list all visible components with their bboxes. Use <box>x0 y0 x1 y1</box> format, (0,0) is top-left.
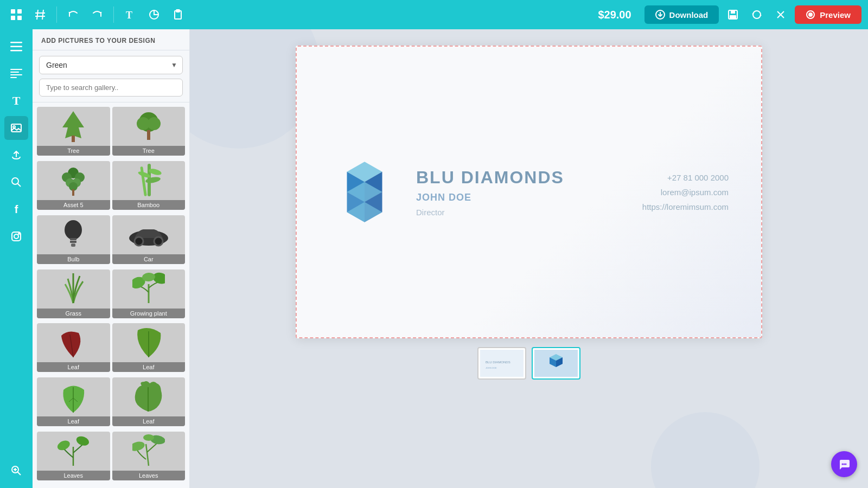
toolbar: T $29.00 Download <box>0 0 868 29</box>
gallery-item-label-leaves2: Leaves <box>112 471 186 480</box>
svg-rect-23 <box>10 69 22 70</box>
svg-rect-20 <box>10 42 22 43</box>
image-sidebar-icon[interactable] <box>4 116 28 140</box>
crop-icon[interactable] <box>144 5 164 24</box>
card-person-name: JOHN DOE <box>416 192 564 203</box>
toolbar-separator-2 <box>113 7 114 23</box>
panel-controls: Green Nature Animals Business Technology… <box>33 50 189 102</box>
gallery-item-leaves2[interactable]: Leaves <box>112 432 186 480</box>
gallery-item-label-growing: Growing plant <box>112 309 186 318</box>
category-dropdown-wrapper[interactable]: Green Nature Animals Business Technology… <box>39 56 183 74</box>
preview-label: Preview <box>820 10 851 20</box>
thumbnails-bar: BLU DIAMONDS JOHN DOE <box>477 347 580 380</box>
svg-rect-25 <box>10 74 22 75</box>
gallery-item-label-leaf4: Leaf <box>112 416 186 426</box>
svg-line-4 <box>37 10 38 20</box>
instagram-sidebar-icon[interactable] <box>4 224 28 248</box>
svg-point-61 <box>135 237 143 246</box>
svg-point-33 <box>18 233 20 234</box>
card-person-title: Director <box>416 208 564 217</box>
gallery-item-label-tree1: Tree <box>37 146 110 156</box>
gallery-item-label-leaf2: Leaf <box>112 362 186 372</box>
category-dropdown[interactable]: Green Nature Animals Business Technology… <box>39 56 183 74</box>
canvas-wrapper[interactable]: BLU DIAMONDS JOHN DOE Director +27 81 00… <box>296 46 762 338</box>
svg-point-74 <box>132 440 146 452</box>
gallery-item-label-bulb: Bulb <box>37 254 110 264</box>
svg-rect-2 <box>11 16 15 20</box>
lines-sidebar-icon[interactable] <box>4 62 28 86</box>
svg-point-19 <box>809 13 812 16</box>
gallery-item-tree2[interactable]: Tree <box>112 107 186 156</box>
svg-rect-11 <box>176 10 180 12</box>
refresh-icon[interactable] <box>747 5 767 24</box>
text-icon[interactable]: T <box>120 5 140 24</box>
main-content: T f <box>0 29 868 488</box>
svg-marker-38 <box>62 111 84 138</box>
download-button[interactable]: Download <box>644 5 719 24</box>
toolbar-separator-1 <box>56 7 57 23</box>
gallery-item-label-tree2: Tree <box>112 146 186 156</box>
gallery-item-leaf4[interactable]: Leaf <box>112 377 186 426</box>
sidebar-icons: T f <box>0 29 33 488</box>
hash-icon[interactable] <box>30 5 50 24</box>
chat-button[interactable] <box>831 451 857 477</box>
card-right: +27 81 000 2000 lorem@ipsum.com https://… <box>642 173 729 211</box>
svg-point-72 <box>57 439 72 452</box>
svg-rect-0 <box>11 9 15 14</box>
undo-icon[interactable] <box>63 5 83 24</box>
gallery-item-leaves1[interactable]: Leaves <box>37 432 110 480</box>
thumbnail-2[interactable] <box>532 347 580 380</box>
price-label: $29.00 <box>598 9 631 21</box>
gallery-item-label-bamboo: Bamboo <box>112 200 186 210</box>
svg-rect-3 <box>17 16 22 20</box>
gallery-item-leaf1[interactable]: Leaf <box>37 323 110 372</box>
text-sidebar-icon[interactable]: T <box>4 89 28 113</box>
svg-line-5 <box>42 10 43 20</box>
svg-rect-57 <box>70 238 76 240</box>
svg-rect-39 <box>72 136 75 142</box>
svg-line-30 <box>18 184 21 187</box>
upload-sidebar-icon[interactable] <box>4 143 28 167</box>
svg-rect-27 <box>11 124 21 132</box>
svg-rect-1 <box>17 9 22 14</box>
thumbnail-2-preview <box>533 348 579 378</box>
gallery-item-label-car: Car <box>112 254 186 264</box>
close-icon[interactable] <box>771 5 790 24</box>
svg-line-35 <box>18 472 21 476</box>
clipboard-icon[interactable] <box>168 5 188 24</box>
save-icon[interactable] <box>723 5 743 24</box>
search-input[interactable] <box>39 79 183 97</box>
gallery-item-bamboo[interactable]: Bamboo <box>112 161 186 210</box>
svg-rect-59 <box>71 243 75 247</box>
preview-button[interactable]: Preview <box>795 5 861 24</box>
thumbnail-1-preview: BLU DIAMONDS JOHN DOE <box>478 348 525 378</box>
business-card: BLU DIAMONDS JOHN DOE Director +27 81 00… <box>297 47 761 337</box>
gallery-item-leaf3[interactable]: Leaf <box>37 377 110 426</box>
gallery-item-grass[interactable]: Grass <box>37 269 110 318</box>
zoom-sidebar-icon[interactable] <box>4 459 28 483</box>
gallery-item-car[interactable]: Car <box>112 215 186 264</box>
svg-text:JOHN DOE: JOHN DOE <box>486 367 497 369</box>
gallery-item-bulb[interactable]: Bulb <box>37 215 110 264</box>
thumbnail-1[interactable]: BLU DIAMONDS JOHN DOE <box>477 347 526 380</box>
redo-icon[interactable] <box>87 5 107 24</box>
grid-icon[interactable] <box>7 5 26 24</box>
facebook-sidebar-icon[interactable]: f <box>4 197 28 221</box>
svg-rect-26 <box>10 77 17 78</box>
svg-point-29 <box>12 178 18 184</box>
canvas-area: BLU DIAMONDS JOHN DOE Director +27 81 00… <box>190 29 868 488</box>
panel: ADD PICTURES TO YOUR DESIGN Green Nature… <box>33 29 190 488</box>
gallery-item-asset5[interactable]: Asset 5 <box>37 161 110 210</box>
search-sidebar-icon[interactable] <box>4 170 28 194</box>
card-left: BLU DIAMONDS JOHN DOE Director <box>329 157 564 227</box>
download-label: Download <box>669 10 709 20</box>
gallery-item-growing[interactable]: Growing plant <box>112 269 186 318</box>
svg-rect-22 <box>10 50 22 52</box>
gallery-item-label-grass: Grass <box>37 309 110 318</box>
gallery-item-leaf2[interactable]: Leaf <box>112 323 186 372</box>
svg-rect-50 <box>72 189 74 196</box>
svg-point-76 <box>143 434 154 441</box>
gallery-item-label-leaf1: Leaf <box>37 362 110 372</box>
gallery-item-tree1[interactable]: Tree <box>37 107 110 156</box>
menu-sidebar-icon[interactable] <box>4 35 28 59</box>
